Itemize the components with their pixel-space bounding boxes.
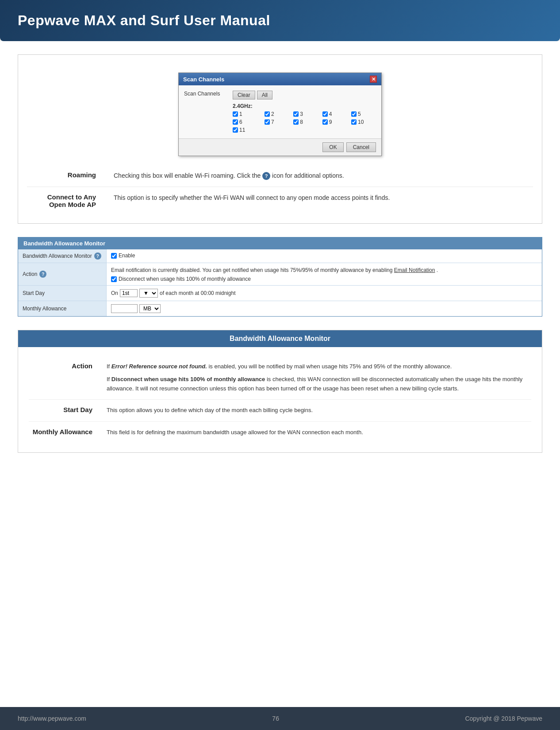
roaming-text: Checking this box will enable Wi-Fi roam… — [114, 172, 262, 179]
footer-page: 76 — [272, 715, 279, 722]
error-text: Error! Reference source not found. — [111, 363, 207, 370]
scan-dialog-body: Scan Channels Clear All 2.4GHz: 1 2 3 — [179, 85, 381, 138]
roaming-text2: icon for additional options. — [272, 172, 344, 179]
notification-text: Email notification is currently disabled… — [111, 266, 537, 274]
scan-dialog: Scan Channels ✕ Scan Channels Clear All … — [178, 73, 382, 156]
bam-action-label: Action ? — [18, 263, 107, 286]
bam-bw-label: Bandwidth Allowance Monitor ? — [18, 249, 107, 263]
roaming-value: Checking this box will enable Wi-Fi roam… — [107, 165, 533, 187]
enable-checkbox-row: Enable — [111, 252, 537, 259]
desc-action-value: If Error! Reference source not found. is… — [100, 356, 531, 400]
channel-11: 11 — [233, 127, 257, 133]
info-icon: ? — [262, 172, 270, 180]
desc-monthly-label: Monthly Allowance — [29, 422, 100, 443]
bam-desc-title: Bandwidth Allowance Monitor — [18, 330, 542, 347]
ghz-label: 2.4GHz: — [233, 103, 376, 109]
scan-dialog-title-text: Scan Channels — [183, 76, 224, 83]
channel-6: 6 — [233, 119, 257, 125]
bam-help-icon[interactable]: ? — [94, 252, 101, 260]
scan-channels-label: Scan Channels — [184, 91, 228, 97]
footer-copyright: Copyright @ 2018 Pepwave — [465, 715, 542, 722]
start-day-row: On ▼ of each month at 00:00 midnight — [111, 289, 537, 298]
connect-row: Connect to Any Open Mode AP This option … — [27, 187, 533, 215]
monthly-allowance-input[interactable] — [111, 304, 138, 313]
monthly-allowance-row: MB — [111, 304, 537, 313]
roaming-table: Roaming Checking this box will enable Wi… — [27, 165, 533, 214]
channel-4: 4 — [322, 111, 344, 117]
channel-1: 1 — [233, 111, 257, 117]
start-day-suffix: of each month at 00:00 midnight — [160, 290, 235, 296]
connect-value: This option is to specify whether the Wi… — [107, 187, 533, 215]
bam-startday-value: On ▼ of each month at 00:00 midnight — [107, 286, 542, 301]
channel-3: 3 — [293, 111, 315, 117]
clear-button[interactable]: Clear — [233, 91, 255, 99]
page-footer: http://www.pepwave.com 76 Copyright @ 20… — [0, 707, 560, 730]
scan-dialog-close-button[interactable]: ✕ — [370, 76, 377, 83]
start-day-select[interactable]: ▼ — [139, 289, 158, 298]
bam-startday-label: Start Day — [18, 286, 107, 301]
desc-startday-value: This option allows you to define which d… — [100, 400, 531, 422]
disconnect-label: Disconnect when usage hits 100% of month… — [119, 276, 251, 282]
desc-action-label: Action — [29, 356, 100, 400]
bam-bw-value: Enable — [107, 249, 542, 263]
scan-channels-container: Scan Channels ✕ Scan Channels Clear All … — [27, 64, 533, 165]
scan-buttons: Clear All — [233, 91, 376, 99]
channel-grid: 1 2 3 4 5 6 7 8 9 10 11 — [233, 111, 376, 133]
bam-action-value: Email notification is currently disabled… — [107, 263, 542, 286]
channel-9: 9 — [322, 119, 344, 125]
cancel-button[interactable]: Cancel — [346, 142, 376, 152]
roaming-label: Roaming — [27, 165, 107, 187]
connect-label: Connect to Any Open Mode AP — [27, 187, 107, 215]
bam-monthly-value: MB — [107, 301, 542, 316]
channel-2: 2 — [265, 111, 286, 117]
page-header: Pepwave MAX and Surf User Manual — [0, 0, 560, 41]
desc-monthly-value: This field is for defining the maximum b… — [100, 422, 531, 443]
scan-dialog-footer: OK Cancel — [179, 138, 381, 156]
on-label: On — [111, 290, 118, 296]
bam-desc-body: Action If Error! Reference source not fo… — [18, 347, 542, 452]
channel-5: 5 — [351, 111, 376, 117]
page-title: Pepwave MAX and Surf User Manual — [18, 12, 542, 29]
channel-7: 7 — [265, 119, 286, 125]
email-notification-link[interactable]: Email Notification — [394, 267, 435, 273]
scan-controls: Clear All 2.4GHz: 1 2 3 4 5 6 — [233, 91, 376, 133]
roaming-row: Roaming Checking this box will enable Wi… — [27, 165, 533, 187]
bam-grid: Bandwidth Allowance Monitor ? Enable Act… — [18, 249, 542, 316]
bam-monitor-table-container: Bandwidth Allowance Monitor Bandwidth Al… — [18, 237, 542, 317]
disconnect-checkbox[interactable] — [111, 276, 117, 282]
enable-checkbox[interactable] — [111, 253, 117, 259]
start-day-input[interactable] — [120, 289, 138, 297]
page-content: Scan Channels ✕ Scan Channels Clear All … — [0, 41, 560, 707]
footer-url: http://www.pepwave.com — [18, 715, 86, 722]
monthly-unit-select[interactable]: MB — [139, 304, 161, 313]
channel-8: 8 — [293, 119, 315, 125]
action-para2: If Disconnect when usage hits 100% of mo… — [107, 375, 531, 394]
bam-monthly-label: Monthly Allowance — [18, 301, 107, 316]
action-para1: If Error! Reference source not found. is… — [107, 362, 531, 371]
channel-10: 10 — [351, 119, 376, 125]
disconnect-bold: Disconnect when usage hits 100% of month… — [111, 376, 265, 382]
action-help-icon[interactable]: ? — [39, 271, 46, 278]
disconnect-checkbox-row: Disconnect when usage hits 100% of month… — [111, 276, 537, 282]
scan-dialog-title-bar: Scan Channels ✕ — [179, 73, 381, 85]
enable-label: Enable — [119, 252, 135, 259]
bam-desc-container: Bandwidth Allowance Monitor Action If Er… — [18, 330, 542, 453]
bam-table-title: Bandwidth Allowance Monitor — [18, 237, 542, 249]
desc-startday-label: Start Day — [29, 400, 100, 422]
ok-button[interactable]: OK — [322, 142, 343, 152]
all-button[interactable]: All — [257, 91, 272, 99]
scan-channels-section: Scan Channels ✕ Scan Channels Clear All … — [18, 54, 542, 224]
scan-dialog-row: Scan Channels Clear All 2.4GHz: 1 2 3 — [184, 91, 376, 133]
